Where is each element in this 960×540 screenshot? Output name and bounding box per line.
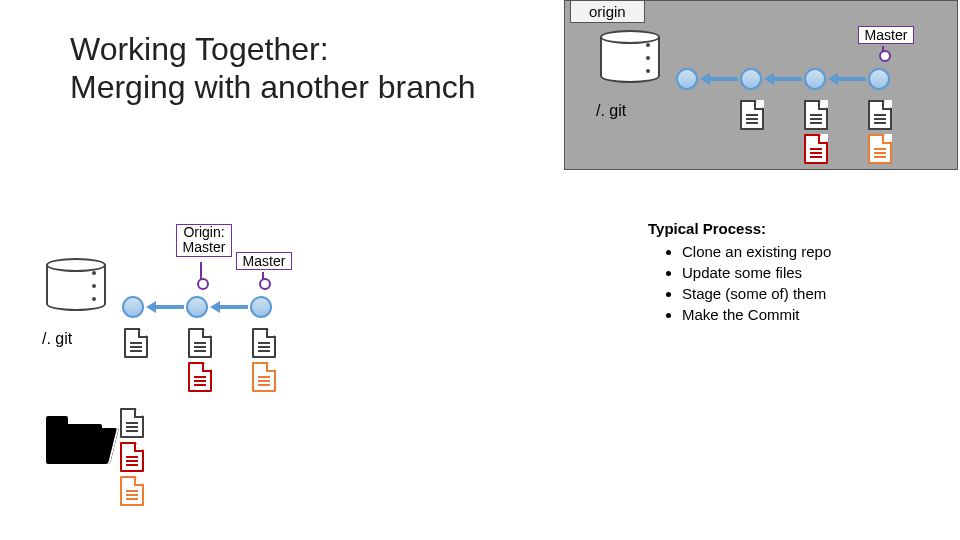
origin-master-tag: Origin: Master [176, 224, 232, 257]
database-icon [46, 258, 106, 311]
arrow-left-icon [774, 77, 802, 81]
commit-node [868, 68, 890, 90]
arrow-left-icon [220, 305, 248, 309]
file-icon [740, 100, 764, 130]
database-icon [600, 30, 660, 83]
file-icon [804, 100, 828, 130]
file-icon [868, 100, 892, 130]
title-line-2: Merging with another branch [70, 68, 476, 106]
origin-git-label: /. git [596, 102, 626, 120]
file-icon [120, 442, 144, 472]
arrow-left-icon [156, 305, 184, 309]
file-icon [252, 362, 276, 392]
commit-node [186, 296, 208, 318]
file-icon [188, 328, 212, 358]
folder-open-icon [46, 424, 102, 464]
file-icon [188, 362, 212, 392]
commit-node [122, 296, 144, 318]
process-heading: Typical Process: [648, 218, 831, 239]
tag-connector [882, 46, 884, 60]
arrow-left-icon [710, 77, 738, 81]
master-tag: Master [858, 26, 914, 44]
tag-connector [200, 262, 202, 288]
file-icon [252, 328, 276, 358]
list-item: Stage (some of) them [682, 283, 831, 304]
list-item: Make the Commit [682, 304, 831, 325]
commit-node [676, 68, 698, 90]
commit-node [740, 68, 762, 90]
tag-connector [262, 272, 264, 288]
file-icon [120, 476, 144, 506]
master-tag: Master [236, 252, 292, 270]
local-git-label: /. git [42, 330, 72, 348]
file-icon [804, 134, 828, 164]
file-icon [120, 408, 144, 438]
arrow-left-icon [838, 77, 866, 81]
commit-node [804, 68, 826, 90]
file-icon [868, 134, 892, 164]
origin-tab-label: origin [570, 0, 645, 23]
process-block: Typical Process: Clone an existing repo … [648, 218, 831, 325]
file-icon [124, 328, 148, 358]
list-item: Clone an existing repo [682, 241, 831, 262]
commit-node [250, 296, 272, 318]
title-line-1: Working Together: [70, 30, 476, 68]
process-list: Clone an existing repo Update some files… [648, 241, 831, 325]
list-item: Update some files [682, 262, 831, 283]
slide-title: Working Together: Merging with another b… [70, 30, 476, 107]
